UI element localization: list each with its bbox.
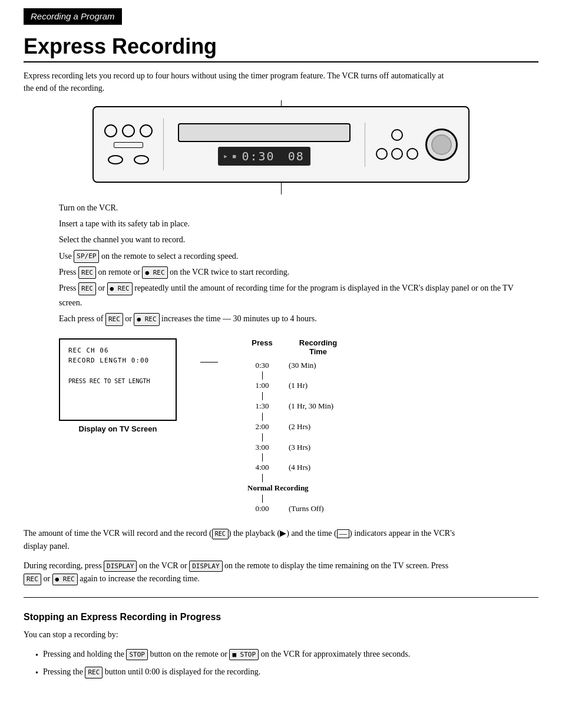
vcr-rec-btn-2[interactable]: ● REC	[107, 282, 133, 295]
vcr-oval-btn-2	[134, 155, 149, 164]
rec-btn-2[interactable]: REC	[78, 282, 96, 295]
bullet-text-1: Pressing and holding the STOP button on …	[43, 648, 410, 661]
chart-time-300: 3:00	[247, 442, 277, 454]
bullet-dot-1: •	[35, 649, 38, 662]
chart-entries: 0:30 (30 Min) 1:00 (1 Hr) 1:30 (1 Hr	[247, 360, 379, 515]
rec-button[interactable]: REC	[78, 266, 96, 279]
chart-header-rectime: RecordingTime	[289, 338, 348, 356]
vcr-oval-btn-1	[108, 155, 123, 164]
vcr-pointer-line	[281, 182, 282, 195]
chart-time-100: 1:00	[247, 380, 277, 392]
vcr-small-rect	[114, 142, 143, 148]
vcr-time-display: 0:30	[242, 149, 275, 163]
speed-button[interactable]: SP/EP	[74, 250, 99, 263]
rec-btn-bottom[interactable]: REC	[24, 574, 41, 585]
chart-connector-1	[247, 371, 379, 380]
instruction-7: Each press of REC or ● REC increases the…	[59, 311, 538, 326]
chart-connector-3	[247, 413, 379, 421]
tv-line-1: REC CH 06	[68, 345, 167, 356]
chart-header-row: Press RecordingTime	[247, 338, 379, 356]
rec-btn-3[interactable]: REC	[105, 313, 123, 326]
tv-screen-label: Display on TV Screen	[59, 424, 177, 433]
stop-vcr-button[interactable]: ■ STOP	[229, 649, 259, 661]
vcr-rec-btn-3[interactable]: ● REC	[134, 313, 159, 326]
chart-desc-130: (1 Hr, 30 Min)	[289, 400, 348, 413]
chart-time-normal: Normal Recording	[247, 482, 309, 495]
instruction-6: Press REC or ● REC repeatedly until the …	[59, 281, 538, 310]
vcr-display: ▶ ■ 0:30 08	[218, 147, 310, 166]
vcr-top-circles	[104, 124, 153, 137]
stop-section-heading: Stopping an Express Recording in Progres…	[24, 612, 538, 622]
chart-connector-5	[247, 453, 379, 462]
time-indicator: ——	[337, 529, 349, 538]
header-bar: Recording a Program	[24, 8, 122, 25]
chart-connector-4	[247, 433, 379, 442]
chart-time-130: 1:30	[247, 400, 277, 413]
stop-intro-text: You can stop a recording by:	[24, 628, 465, 641]
chart-connector-7	[247, 495, 379, 503]
vcr-rec-btn-bottom[interactable]: ● REC	[52, 574, 78, 585]
vcr-left-panel	[94, 118, 164, 170]
instructions-block: Turn on the VCR. Insert a tape with its …	[24, 200, 538, 327]
vcr-diagram: ▶ ■ 0:30 08	[24, 106, 538, 183]
chart-desc-200: (2 Hrs)	[289, 421, 348, 433]
vcr-right-circle-3	[391, 148, 403, 160]
display-remote-button[interactable]: DISPLAY	[189, 561, 222, 572]
vcr-circle-2	[122, 124, 135, 137]
vcr-bottom-buttons	[108, 155, 149, 164]
header-label: Recording a Program	[31, 11, 115, 21]
bullet-item-2: • Pressing the REC button until 0:00 is …	[35, 666, 471, 680]
vcr-middle-panel: ▶ ■ 0:30 08	[164, 118, 365, 170]
chart-row-030: 0:30 (30 Min)	[247, 360, 379, 372]
chart-row-130: 1:30 (1 Hr, 30 Min)	[247, 400, 379, 413]
vcr-right-panel	[365, 123, 468, 167]
intro-paragraph: Express recording lets you record up to …	[24, 70, 448, 94]
instruction-2: Insert a tape with its safety tab in pla…	[59, 216, 538, 231]
vcr-indicator-small: ▶ ■	[224, 153, 237, 159]
chart-container: Press RecordingTime 0:30 (30 Min) 1:00 (…	[247, 338, 379, 515]
chart-connector-6	[247, 474, 379, 482]
page-title: Express Recording	[24, 34, 538, 62]
vcr-dial	[425, 129, 458, 161]
section-divider	[24, 597, 538, 598]
instruction-5: Press REC on remote or ● REC on the VCR …	[59, 265, 538, 279]
instruction-4: Use SP/EP on the remote to select a reco…	[59, 249, 538, 263]
rec-indicator: REC	[212, 529, 229, 539]
bottom-text-2: During recording, press DISPLAY on the V…	[24, 559, 465, 586]
display-button[interactable]: DISPLAY	[104, 561, 137, 572]
chart-time-400: 4:00	[247, 462, 277, 474]
chart-connector-2	[247, 392, 379, 400]
instruction-1: Turn on the VCR.	[59, 200, 538, 215]
vcr-dial-inner	[431, 134, 452, 155]
bullet-item-1: • Pressing and holding the STOP button o…	[35, 648, 471, 662]
vcr-right-button-group	[376, 129, 418, 160]
chart-time-030: 0:30	[247, 360, 277, 372]
chart-header-press: Press	[247, 338, 277, 356]
bottom-text-1: The amount of time the VCR will record a…	[24, 527, 465, 554]
stop-button[interactable]: STOP	[126, 649, 148, 661]
main-content: Express Recording Express recording lets…	[0, 34, 562, 680]
vcr-right-circle-2	[376, 148, 388, 160]
tv-line-2: RECORD LENGTH 0:00	[68, 355, 167, 366]
chart-desc-100: (1 Hr)	[289, 380, 348, 392]
vcr-right-circle-1	[391, 129, 403, 141]
chart-row-300: 3:00 (3 Hrs)	[247, 442, 379, 454]
vcr-circle-3	[140, 124, 153, 137]
rec-stop-button[interactable]: REC	[85, 667, 103, 678]
chart-desc-000: (Turns Off)	[289, 503, 348, 515]
chart-row-200: 2:00 (2 Hrs)	[247, 421, 379, 433]
tv-screen-container: REC CH 06 RECORD LENGTH 0:00 PRESS REC T…	[59, 338, 177, 433]
vcr-rec-button[interactable]: ● REC	[142, 266, 167, 279]
vcr-circle-1	[104, 124, 117, 137]
chart-desc-400: (4 Hrs)	[289, 462, 348, 474]
vcr-body: ▶ ■ 0:30 08	[92, 106, 470, 183]
chart-row-normal: Normal Recording	[247, 482, 379, 495]
bullet-dot-2: •	[35, 667, 38, 680]
chart-time-200: 2:00	[247, 421, 277, 433]
tv-bottom-text: PRESS REC TO SET LENGTH	[68, 378, 167, 384]
vcr-right-circle-4	[406, 148, 418, 160]
tv-screen-display: REC CH 06 RECORD LENGTH 0:00 PRESS REC T…	[59, 338, 177, 421]
bullet-text-2: Pressing the REC button until 0:00 is di…	[43, 666, 260, 678]
chart-row-100: 1:00 (1 Hr)	[247, 380, 379, 392]
chart-row-400: 4:00 (4 Hrs)	[247, 462, 379, 474]
